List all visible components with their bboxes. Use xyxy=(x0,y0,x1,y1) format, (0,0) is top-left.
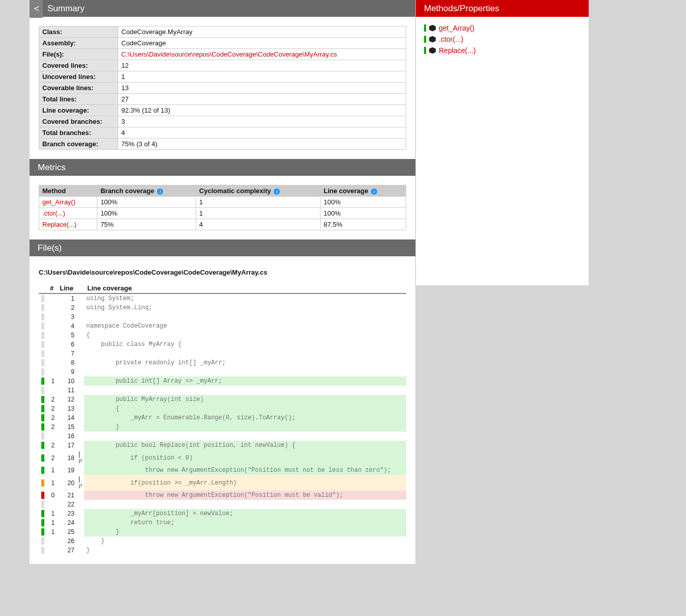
code-line: 8 private readonly int[] _myArr; xyxy=(39,358,406,367)
code-line: 125 } xyxy=(39,527,406,537)
source-text: public bool Replace(int position, int ne… xyxy=(84,441,406,450)
hit-count xyxy=(47,340,57,349)
table-row: Replace(...)75%487.5% xyxy=(39,219,406,230)
code-line: 215 } xyxy=(39,422,406,432)
code-line: 021 throw new ArgumentException("Positio… xyxy=(39,491,406,500)
method-link[interactable]: Replace(...) xyxy=(39,219,97,230)
back-button[interactable]: < xyxy=(30,0,43,18)
sidebar-item-label: Replace(...) xyxy=(439,46,476,55)
line-number: 6 xyxy=(57,340,76,349)
line-number: 20 xyxy=(57,475,76,491)
line-number: 18 xyxy=(57,450,76,466)
coverage-bar xyxy=(41,359,44,366)
method-link[interactable]: .ctor(...) xyxy=(39,208,97,219)
summary-label: Covered lines: xyxy=(39,60,118,71)
branch-marker xyxy=(76,466,84,475)
files-header: File(s) xyxy=(30,239,415,256)
code-line: 9 xyxy=(39,367,406,377)
coverage-bar xyxy=(41,332,44,339)
summary-label: Assembly: xyxy=(39,38,118,49)
source-text: _myArr = Enumerable.Range(0, size).ToArr… xyxy=(84,413,406,422)
line-number: 8 xyxy=(57,358,76,367)
table-row: get_Array()100%1100% xyxy=(39,197,406,208)
branch-coverage: 75% xyxy=(97,219,196,230)
line-coverage: 100% xyxy=(320,208,406,219)
code-line: 212 public MyArray(int size) xyxy=(39,395,406,404)
branch-marker xyxy=(76,312,84,322)
line-number: 7 xyxy=(57,349,76,358)
sidebar-item[interactable]: .ctor(...) xyxy=(424,35,581,43)
sidebar-item[interactable]: get_Array() xyxy=(424,24,581,32)
line-number: 19 xyxy=(57,466,76,475)
coverage-stripe xyxy=(424,47,426,54)
code-line: 2using System.Linq; xyxy=(39,303,406,312)
hit-count xyxy=(47,546,57,555)
line-number: 27 xyxy=(57,546,76,555)
line-number: 15 xyxy=(57,422,76,432)
branch-coverage: 100% xyxy=(97,208,196,219)
method-link[interactable]: get_Array() xyxy=(39,197,97,208)
table-row: Branch coverage:75% (3 of 4) xyxy=(39,139,406,150)
line-number: 21 xyxy=(57,491,76,500)
summary-label: Line coverage: xyxy=(39,105,118,116)
code-line: 213 { xyxy=(39,404,406,413)
summary-value: 4 xyxy=(118,127,406,139)
code-line: 124 return true; xyxy=(39,518,406,527)
coverage-bar xyxy=(41,519,44,526)
branch-marker xyxy=(76,322,84,331)
branch-marker xyxy=(76,293,84,303)
code-table: # Line Line coverage 1using System;2usin… xyxy=(39,283,406,555)
branch-marker xyxy=(76,340,84,349)
info-icon[interactable]: i xyxy=(371,189,377,195)
table-row: Assembly:CodeCoverage xyxy=(39,38,406,49)
code-line: 22 xyxy=(39,500,406,509)
coverage-bar xyxy=(41,479,44,487)
coverage-bar xyxy=(41,414,44,421)
coverage-bar xyxy=(41,304,44,311)
branch-marker xyxy=(76,537,84,546)
hit-count: 1 xyxy=(47,475,57,491)
code-line: 1using System; xyxy=(39,293,406,303)
file-path: C:\Users\Davide\source\repos\CodeCoverag… xyxy=(39,269,406,276)
hit-count: 2 xyxy=(47,422,57,432)
source-text: throw new ArgumentException("Position mu… xyxy=(84,491,406,500)
source-text: { xyxy=(84,404,406,413)
branch-marker xyxy=(76,377,84,386)
source-text: public MyArray(int size) xyxy=(84,395,406,404)
line-number: 13 xyxy=(57,404,76,413)
code-col-line: Line xyxy=(57,283,76,293)
line-number: 4 xyxy=(57,322,76,331)
source-text: { xyxy=(84,331,406,340)
coverage-bar xyxy=(41,378,44,385)
table-row: Total lines:27 xyxy=(39,94,406,105)
line-number: 2 xyxy=(57,303,76,312)
info-icon[interactable]: i xyxy=(274,189,280,195)
source-text: } xyxy=(84,537,406,546)
branch-marker xyxy=(76,518,84,527)
line-number: 12 xyxy=(57,395,76,404)
metrics-col-line: Line coverage i xyxy=(320,185,406,197)
summary-label: Coverable lines: xyxy=(39,83,118,94)
code-line: 27} xyxy=(39,546,406,555)
line-number: 10 xyxy=(57,377,76,386)
table-row: Total branches:4 xyxy=(39,127,406,139)
table-row: Covered lines:12 xyxy=(39,60,406,71)
branch-marker: | P xyxy=(76,475,84,491)
source-text xyxy=(84,349,406,358)
branch-marker xyxy=(76,441,84,450)
code-line: 4namespace CodeCoverage xyxy=(39,322,406,331)
source-text: return true; xyxy=(84,518,406,527)
source-text: } xyxy=(84,546,406,555)
code-line: 6 public class MyArray { xyxy=(39,340,406,349)
table-row: .ctor(...)100%1100% xyxy=(39,208,406,219)
hit-count xyxy=(47,500,57,509)
source-text: } xyxy=(84,527,406,537)
hit-count: 1 xyxy=(47,527,57,537)
summary-value[interactable]: C:\Users\Davide\source\repos\CodeCoverag… xyxy=(118,49,406,60)
info-icon[interactable]: i xyxy=(157,189,163,195)
branch-coverage: 100% xyxy=(97,197,196,208)
summary-table: Class:CodeCoverage.MyArrayAssembly:CodeC… xyxy=(39,26,406,150)
sidebar-item[interactable]: Replace(...) xyxy=(424,46,581,55)
cyclomatic-complexity: 1 xyxy=(196,197,320,208)
table-row: Class:CodeCoverage.MyArray xyxy=(39,26,406,38)
